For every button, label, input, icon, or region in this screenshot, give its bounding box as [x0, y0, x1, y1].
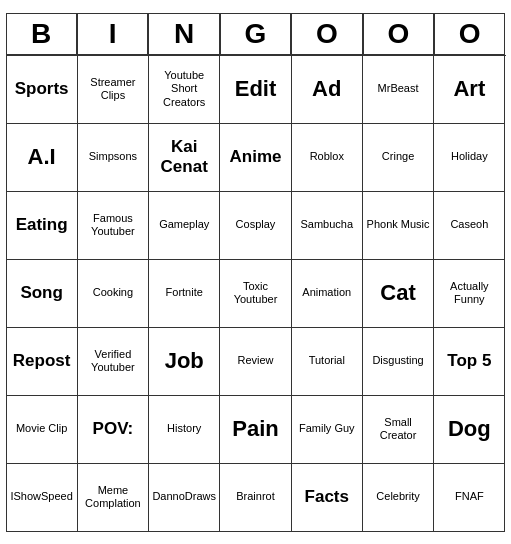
cell-text-r6-c1: Meme Complation	[81, 484, 145, 510]
header-I: I	[77, 13, 148, 55]
cell-text-r0-c5: MrBeast	[378, 82, 419, 95]
cell-text-r2-c0: Eating	[16, 215, 68, 235]
cell-text-r5-c4: Family Guy	[299, 422, 355, 435]
cell-text-r0-c0: Sports	[15, 79, 69, 99]
cell-r3-c1: Cooking	[78, 260, 149, 328]
cell-r3-c3: Toxic Youtuber	[220, 260, 291, 328]
cell-text-r5-c6: Dog	[448, 416, 491, 442]
cell-text-r2-c6: Caseoh	[450, 218, 488, 231]
header-O: O	[363, 13, 434, 55]
cell-text-r6-c0: IShowSpeed	[10, 490, 72, 503]
cell-text-r0-c3: Edit	[235, 76, 277, 102]
header-G: G	[220, 13, 291, 55]
cell-text-r1-c3: Anime	[230, 147, 282, 167]
cell-text-r5-c0: Movie Clip	[16, 422, 67, 435]
cell-r0-c6: Art	[434, 56, 505, 124]
cell-r0-c3: Edit	[220, 56, 291, 124]
cell-r1-c0: A.I	[7, 124, 78, 192]
cell-text-r3-c5: Cat	[380, 280, 415, 306]
cell-text-r5-c3: Pain	[232, 416, 278, 442]
cell-r6-c3: Brainrot	[220, 464, 291, 532]
cell-text-r4-c0: Repost	[13, 351, 71, 371]
cell-r4-c3: Review	[220, 328, 291, 396]
cell-text-r1-c1: Simpsons	[89, 150, 137, 163]
cell-text-r5-c5: Small Creator	[366, 416, 430, 442]
cell-r1-c2: Kai Cenat	[149, 124, 220, 192]
cell-r2-c2: Gameplay	[149, 192, 220, 260]
cell-r5-c6: Dog	[434, 396, 505, 464]
cell-text-r6-c4: Facts	[305, 487, 349, 507]
cell-r2-c1: Famous Youtuber	[78, 192, 149, 260]
cell-r2-c0: Eating	[7, 192, 78, 260]
cell-r3-c4: Animation	[292, 260, 363, 328]
cell-r3-c2: Fortnite	[149, 260, 220, 328]
cell-text-r6-c5: Celebrity	[376, 490, 419, 503]
cell-r1-c5: Cringe	[363, 124, 434, 192]
cell-r0-c0: Sports	[7, 56, 78, 124]
cell-text-r2-c4: Sambucha	[300, 218, 353, 231]
cell-text-r3-c0: Song	[20, 283, 63, 303]
cell-r4-c5: Disgusting	[363, 328, 434, 396]
cell-r6-c6: FNAF	[434, 464, 505, 532]
cell-text-r3-c1: Cooking	[93, 286, 133, 299]
cell-r1-c6: Holiday	[434, 124, 505, 192]
cell-text-r6-c6: FNAF	[455, 490, 484, 503]
cell-r1-c4: Roblox	[292, 124, 363, 192]
cell-r0-c2: Youtube Short Creators	[149, 56, 220, 124]
cell-text-r5-c1: POV:	[93, 419, 134, 439]
cell-r5-c2: History	[149, 396, 220, 464]
cell-r4-c1: Verified Youtuber	[78, 328, 149, 396]
cell-text-r1-c2: Kai Cenat	[152, 137, 216, 178]
bingo-header: BINGOOO	[6, 13, 506, 55]
cell-text-r4-c1: Verified Youtuber	[81, 348, 145, 374]
cell-text-r5-c2: History	[167, 422, 201, 435]
cell-text-r2-c3: Cosplay	[236, 218, 276, 231]
cell-r5-c4: Family Guy	[292, 396, 363, 464]
cell-text-r0-c4: Ad	[312, 76, 341, 102]
cell-r0-c5: MrBeast	[363, 56, 434, 124]
cell-text-r4-c5: Disgusting	[372, 354, 423, 367]
cell-text-r2-c5: Phonk Music	[367, 218, 430, 231]
cell-text-r4-c4: Tutorial	[309, 354, 345, 367]
cell-r5-c0: Movie Clip	[7, 396, 78, 464]
header-O: O	[291, 13, 362, 55]
cell-text-r3-c2: Fortnite	[166, 286, 203, 299]
cell-text-r3-c3: Toxic Youtuber	[223, 280, 287, 306]
cell-text-r1-c0: A.I	[28, 144, 56, 170]
header-B: B	[6, 13, 77, 55]
cell-text-r4-c3: Review	[237, 354, 273, 367]
cell-r2-c6: Caseoh	[434, 192, 505, 260]
header-N: N	[148, 13, 219, 55]
cell-r6-c2: DannoDraws	[149, 464, 220, 532]
cell-text-r4-c6: Top 5	[447, 351, 491, 371]
cell-text-r2-c1: Famous Youtuber	[81, 212, 145, 238]
cell-text-r3-c6: Actually Funny	[437, 280, 501, 306]
cell-r5-c5: Small Creator	[363, 396, 434, 464]
cell-r2-c5: Phonk Music	[363, 192, 434, 260]
cell-r2-c3: Cosplay	[220, 192, 291, 260]
cell-r4-c2: Job	[149, 328, 220, 396]
cell-text-r1-c6: Holiday	[451, 150, 488, 163]
header-O: O	[434, 13, 505, 55]
cell-r4-c0: Repost	[7, 328, 78, 396]
cell-text-r6-c2: DannoDraws	[152, 490, 216, 503]
cell-text-r4-c2: Job	[165, 348, 204, 374]
cell-r5-c1: POV:	[78, 396, 149, 464]
cell-text-r1-c4: Roblox	[310, 150, 344, 163]
cell-r4-c4: Tutorial	[292, 328, 363, 396]
cell-r0-c4: Ad	[292, 56, 363, 124]
cell-r1-c1: Simpsons	[78, 124, 149, 192]
cell-r3-c5: Cat	[363, 260, 434, 328]
cell-text-r6-c3: Brainrot	[236, 490, 275, 503]
cell-text-r1-c5: Cringe	[382, 150, 414, 163]
cell-r3-c0: Song	[7, 260, 78, 328]
cell-r0-c1: Streamer Clips	[78, 56, 149, 124]
cell-r6-c4: Facts	[292, 464, 363, 532]
cell-r6-c1: Meme Complation	[78, 464, 149, 532]
cell-text-r0-c6: Art	[453, 76, 485, 102]
cell-text-r2-c2: Gameplay	[159, 218, 209, 231]
cell-r6-c0: IShowSpeed	[7, 464, 78, 532]
bingo-grid: SportsStreamer ClipsYoutube Short Creato…	[6, 55, 506, 532]
cell-text-r0-c1: Streamer Clips	[81, 76, 145, 102]
cell-text-r3-c4: Animation	[302, 286, 351, 299]
